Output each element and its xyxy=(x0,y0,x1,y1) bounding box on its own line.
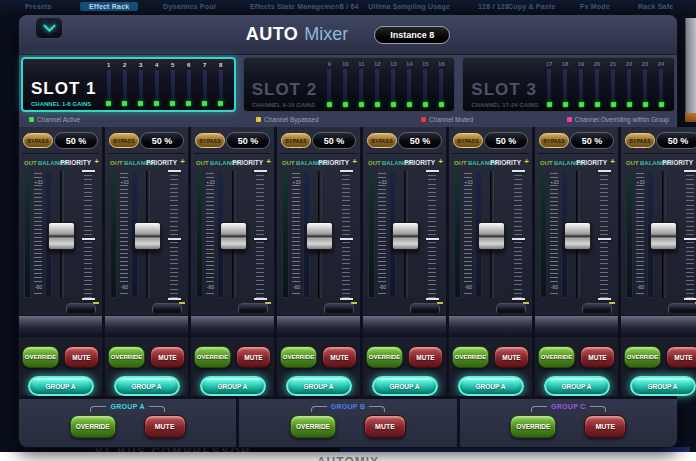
gain-value-display[interactable]: 50 % xyxy=(570,132,614,149)
background-tab[interactable]: Effects State Management xyxy=(250,3,342,10)
bypass-button[interactable]: BYPASS xyxy=(539,133,569,148)
background-tab[interactable]: 3 / 64 xyxy=(340,3,359,10)
mute-button[interactable]: MUTE xyxy=(322,346,357,368)
channel-number: 13 xyxy=(390,61,397,68)
group-assign-button[interactable]: GROUP A xyxy=(286,376,352,396)
background-tab[interactable]: Rack Safe xyxy=(638,3,673,10)
bypass-button[interactable]: BYPASS xyxy=(367,133,397,148)
group-mute-button[interactable]: MUTE xyxy=(144,415,186,438)
mute-button[interactable]: MUTE xyxy=(236,346,271,368)
channel-meter: 22 xyxy=(621,61,637,107)
priority-marker-current xyxy=(254,238,267,240)
group-assign-button[interactable]: GROUP A xyxy=(372,376,438,396)
priority-label: PRIORITY xyxy=(404,159,435,166)
gain-value-display[interactable]: 50 % xyxy=(484,132,528,149)
background-tab[interactable]: Effect Rack xyxy=(80,2,138,11)
bypass-button[interactable]: BYPASS xyxy=(195,133,225,148)
strip-mini-button[interactable] xyxy=(324,303,354,313)
priority-marker-top xyxy=(254,170,267,172)
background-tab[interactable]: Presets xyxy=(25,3,52,10)
fader-knob[interactable] xyxy=(306,222,333,250)
balance-scale: +33-60 xyxy=(550,173,558,296)
mute-button[interactable]: MUTE xyxy=(408,346,443,368)
strip-mini-button[interactable] xyxy=(238,303,268,313)
gain-value-display[interactable]: 50 % xyxy=(656,132,696,149)
strip-mini-button[interactable] xyxy=(668,303,696,313)
background-tab[interactable]: Dynamics Pool xyxy=(163,3,216,10)
background-scrollbar[interactable] xyxy=(685,18,696,113)
override-button[interactable]: OVERRIDE xyxy=(452,346,489,368)
group-override-button[interactable]: OVERRIDE xyxy=(510,415,556,438)
gain-value-display[interactable]: 50 % xyxy=(226,132,270,149)
group-controls-row: GROUP AOVERRIDEMUTEGROUP BOVERRIDEMUTEGR… xyxy=(19,396,677,447)
fader-knob[interactable] xyxy=(650,222,677,250)
background-tab[interactable]: 128 / 128 xyxy=(478,3,509,10)
bracket-right xyxy=(149,406,165,412)
group-assign-button[interactable]: GROUP A xyxy=(200,376,266,396)
strip-footer xyxy=(108,303,185,313)
bypass-button[interactable]: BYPASS xyxy=(625,133,655,148)
override-button[interactable]: OVERRIDE xyxy=(280,346,317,368)
mute-button[interactable]: MUTE xyxy=(494,346,529,368)
mute-button[interactable]: MUTE xyxy=(580,346,615,368)
fader-knob[interactable] xyxy=(478,222,505,250)
group-mute-button[interactable]: MUTE xyxy=(364,415,406,438)
background-tab[interactable]: Copy & Paste xyxy=(508,3,556,10)
gain-value-display[interactable]: 50 % xyxy=(54,132,98,149)
override-button[interactable]: OVERRIDE xyxy=(624,346,661,368)
priority-scale xyxy=(170,171,178,298)
channel-number: 1 xyxy=(107,62,110,69)
override-button[interactable]: OVERRIDE xyxy=(22,346,59,368)
strip-mini-button[interactable] xyxy=(66,303,96,313)
slot-title: SLOT 3 xyxy=(471,80,537,100)
scale-bottom-label: -60 xyxy=(549,284,560,290)
group-mute-button[interactable]: MUTE xyxy=(584,415,626,438)
override-button[interactable]: OVERRIDE xyxy=(366,346,403,368)
group-override-button[interactable]: OVERRIDE xyxy=(70,415,116,438)
override-button[interactable]: OVERRIDE xyxy=(194,346,231,368)
background-tab[interactable]: Fx Mode xyxy=(580,3,610,10)
bypass-button[interactable]: BYPASS xyxy=(453,133,483,148)
strip-label-row: OUTBALANCEPRIORITY+ xyxy=(624,157,696,169)
collapse-button[interactable] xyxy=(35,17,63,39)
gain-value-display[interactable]: 50 % xyxy=(312,132,356,149)
bypass-button[interactable]: BYPASS xyxy=(109,133,139,148)
override-button[interactable]: OVERRIDE xyxy=(538,346,575,368)
legend-item: Channel Muted xyxy=(421,116,473,123)
strip-mini-button[interactable] xyxy=(496,303,526,313)
strip-mini-button[interactable] xyxy=(410,303,440,313)
fader-knob[interactable] xyxy=(220,222,247,250)
bypass-button[interactable]: BYPASS xyxy=(281,133,311,148)
group-assign-button[interactable]: GROUP A xyxy=(458,376,524,396)
bypass-button[interactable]: BYPASS xyxy=(23,133,53,148)
channel-meter-bar xyxy=(327,69,331,100)
strip-mini-button[interactable] xyxy=(582,303,612,313)
group-assign-button[interactable]: GROUP A xyxy=(114,376,180,396)
mute-button[interactable]: MUTE xyxy=(666,346,696,368)
mute-button[interactable]: MUTE xyxy=(150,346,185,368)
fader-knob[interactable] xyxy=(134,222,161,250)
mute-button[interactable]: MUTE xyxy=(64,346,99,368)
fader-knob[interactable] xyxy=(48,222,75,250)
group-assign-button[interactable]: GROUP A xyxy=(630,376,696,396)
instance-badge[interactable]: Instance 8 xyxy=(374,26,450,44)
gain-value-display[interactable]: 50 % xyxy=(140,132,184,149)
channel-strip: BYPASS50 %OUTBALANCEPRIORITY++33-60OVERR… xyxy=(277,127,363,396)
group-assign-button[interactable]: GROUP A xyxy=(28,376,94,396)
group-assign-button[interactable]: GROUP A xyxy=(544,376,610,396)
group-override-button[interactable]: OVERRIDE xyxy=(290,415,336,438)
slot-box[interactable]: SLOT 3CHANNEL 17-24 GAINS171819202122232… xyxy=(462,57,675,112)
scale-top-label: +33 xyxy=(291,179,302,185)
background-accent-block xyxy=(685,113,696,122)
fader-knob[interactable] xyxy=(564,222,591,250)
slot-box[interactable]: SLOT 2CHANNEL 9-16 GAINS910111213141516 xyxy=(243,57,456,112)
channel-active-led xyxy=(547,102,552,107)
channel-number: 17 xyxy=(546,61,553,68)
gain-value-display[interactable]: 50 % xyxy=(398,132,442,149)
fader-knob[interactable] xyxy=(392,222,419,250)
override-button[interactable]: OVERRIDE xyxy=(108,346,145,368)
background-tab[interactable]: Ultima Sampling Usage xyxy=(368,3,450,10)
slot-box[interactable]: SLOT 1CHANNEL 1-8 GAINS12345678 xyxy=(21,57,236,112)
scale-top-label: +33 xyxy=(119,179,130,185)
strip-mini-button[interactable] xyxy=(152,303,182,313)
